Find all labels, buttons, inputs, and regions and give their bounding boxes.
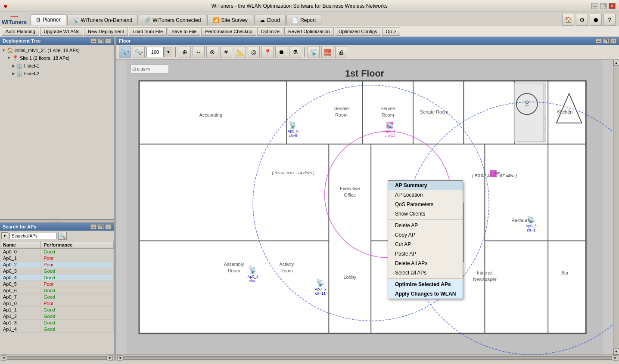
ctx-ap-location[interactable]: AP Location — [388, 190, 463, 200]
ctx-show-clients[interactable]: Show Clients — [388, 209, 463, 219]
search-go-button[interactable]: 🔍 — [58, 232, 67, 240]
table-row[interactable]: Ap0_4Good — [0, 275, 114, 281]
record-floor-button[interactable]: ⏺ — [275, 46, 287, 58]
antenna-button[interactable]: 📡 — [308, 46, 320, 58]
table-row[interactable]: Ap1_0Poor — [0, 300, 114, 307]
zoom-input[interactable]: 100 — [146, 47, 164, 57]
performance-checkup-button[interactable]: Performance Checkup — [201, 27, 256, 36]
horizontal-scrollbar[interactable]: ◄ ► — [0, 355, 114, 361]
filter-floor-button[interactable]: ⚗ — [289, 46, 301, 58]
upgrade-wlans-button[interactable]: Upgrade WLANs — [40, 27, 84, 36]
location-button[interactable]: 📍 — [261, 46, 274, 58]
tree-maximize-button[interactable]: □ — [105, 38, 111, 43]
scroll-track-vertical[interactable] — [613, 66, 619, 349]
optimize-button[interactable]: Optimize — [257, 27, 283, 36]
planner-tab[interactable]: 🗓 Planner — [30, 14, 66, 25]
close-button[interactable]: ✕ — [609, 3, 616, 9]
ap-perf-cell: Good — [41, 320, 114, 326]
zoom-in-button[interactable]: 🔍+ — [119, 46, 131, 58]
ctx-paste-ap[interactable]: Paste AP — [388, 249, 463, 259]
table-row[interactable]: Ap0_0Good — [0, 249, 114, 255]
on-demand-tab[interactable]: 📡 WiTuners On-Demand — [67, 15, 138, 25]
help-button[interactable]: ? — [603, 14, 616, 26]
record-button[interactable]: ⏺ — [590, 14, 602, 26]
optimized-configs-button[interactable]: Optimized Configs — [335, 27, 381, 36]
table-row[interactable]: Ap1_1Good — [0, 307, 114, 313]
wall-button[interactable]: 🧱 — [321, 46, 333, 58]
ctx-apply-changes[interactable]: Apply Changes to WLAN — [388, 289, 463, 299]
tree-restore-button[interactable]: ❐ — [98, 38, 104, 43]
scroll-up-button[interactable]: ▲ — [613, 60, 619, 66]
table-row[interactable]: Ap1_3Good — [0, 320, 114, 326]
search-maximize-button[interactable]: □ — [105, 224, 111, 229]
block-button[interactable]: ⊗ — [206, 46, 218, 58]
ap-ap0-4[interactable]: 📡 Ap0_4 ch=1 — [247, 266, 258, 283]
report-tab[interactable]: 📄 Report — [286, 15, 321, 25]
floor-minimize-button[interactable]: — — [596, 38, 602, 43]
grid-button[interactable]: # — [220, 46, 232, 58]
ctx-delete-all-aps[interactable]: Delete All APs — [388, 259, 463, 268]
ap-ap0-3[interactable]: 📡 Ap0_3 ch=1 — [526, 216, 537, 233]
scroll-left-button[interactable]: ◄ — [1, 355, 6, 361]
save-to-file-button[interactable]: Save to File — [168, 27, 200, 36]
table-row[interactable]: Ap1_4Good — [0, 326, 114, 333]
home-button[interactable]: 🏠 — [562, 14, 574, 26]
resize-handle[interactable]: ···· — [0, 219, 114, 223]
ap-table: Name Performance Ap0_0GoodAp0_1PoorAp0_2… — [0, 241, 114, 355]
floor-canvas[interactable]: ♀ ! Accounting Senate Room Senate Room S… — [116, 60, 613, 355]
ap-ap0-0[interactable]: 📡 Ap0_0 ch=6 — [287, 121, 299, 138]
floor-restore-button[interactable]: ❐ — [603, 38, 609, 43]
search-restore-button[interactable]: ❐ — [98, 224, 104, 229]
navigate-button[interactable]: ↔ — [193, 46, 205, 58]
auto-planning-button[interactable]: Auto Planning — [2, 27, 39, 36]
ctx-ap-summary[interactable]: AP Summary — [388, 181, 463, 190]
tree-item-hotel1[interactable]: ▶ 🏢 Hotel-1 — [2, 62, 112, 70]
op-button[interactable]: Op > — [382, 27, 400, 36]
print-button[interactable]: 🖨 — [335, 46, 347, 58]
connected-tab[interactable]: 🔗 WiTuners Connected — [139, 15, 206, 25]
tree-item-hotel2[interactable]: ▶ 🏢 Hotel-2 — [2, 70, 112, 77]
cloud-tab[interactable]: ☁ Cloud — [254, 15, 286, 25]
ctx-cut-ap[interactable]: Cut AP — [388, 240, 463, 249]
floor-vertical-scrollbar[interactable]: ▲ ▼ — [613, 60, 619, 355]
new-deployment-button[interactable]: New Deployment — [84, 27, 128, 36]
center-button[interactable]: ⊕ — [179, 46, 191, 58]
settings-button[interactable]: ⚙ — [576, 14, 588, 26]
ap-ap0-5[interactable]: 📡 Ap0_5 ch=11 — [315, 279, 326, 296]
table-row[interactable]: Ap0_3Good — [0, 268, 114, 275]
table-row[interactable]: Ap1_2Good — [0, 313, 114, 320]
scroll-down-button[interactable]: ▼ — [613, 349, 619, 355]
scroll-track[interactable] — [7, 356, 107, 360]
scroll-right-button[interactable]: ► — [108, 355, 113, 361]
floor-maximize-button[interactable]: □ — [610, 38, 616, 43]
ctx-delete-ap[interactable]: Delete AP — [388, 221, 463, 230]
filter-button[interactable]: ▼ — [1, 232, 8, 239]
floor-horizontal-scrollbar[interactable]: ◄ ► — [116, 355, 619, 361]
tree-item-root[interactable]: ▼ 🏠 initial_mfv1_21 (1 site, 18 APs) — [2, 46, 112, 54]
zoom-dropdown-button[interactable]: ▼ — [165, 47, 172, 57]
search-minimize-button[interactable]: — — [90, 224, 96, 229]
load-from-file-button[interactable]: Load from File — [129, 27, 167, 36]
table-row[interactable]: Ap0_6Good — [0, 287, 114, 294]
minimize-button[interactable]: — — [591, 3, 598, 9]
ctx-copy-ap[interactable]: Copy AP — [388, 230, 463, 240]
ctx-optimize-selected[interactable]: Optimize Selected APs — [388, 280, 463, 289]
circle-button[interactable]: ◎ — [248, 46, 260, 58]
floor-scroll-left-button[interactable]: ◄ — [117, 355, 122, 361]
measure-button[interactable]: 📐 — [234, 46, 246, 58]
revert-optimization-button[interactable]: Revert Optimization — [284, 27, 334, 36]
search-input[interactable] — [9, 233, 57, 239]
tree-item-site1[interactable]: ▼ 📍 Site 1 (2 floors, 18 APs) — [2, 54, 112, 62]
ctx-select-all-aps[interactable]: Select all APs — [388, 268, 463, 278]
site-survey-tab[interactable]: 📶 Site Survey — [207, 15, 253, 25]
floor-scroll-track[interactable] — [123, 356, 612, 360]
floor-scroll-right-button[interactable]: ► — [613, 355, 618, 361]
zoom-out-button[interactable]: 🔍- — [133, 46, 145, 58]
restore-button[interactable]: ❐ — [600, 3, 607, 9]
table-row[interactable]: Ap0_7Good — [0, 294, 114, 300]
table-row[interactable]: Ap0_1Poor — [0, 255, 114, 262]
ctx-qos-parameters[interactable]: QoS Parameters — [388, 200, 463, 209]
table-row[interactable]: Ap0_5Poor — [0, 281, 114, 287]
tree-minimize-button[interactable]: — — [90, 38, 96, 43]
table-row[interactable]: Ap0_2Poor — [0, 262, 114, 268]
